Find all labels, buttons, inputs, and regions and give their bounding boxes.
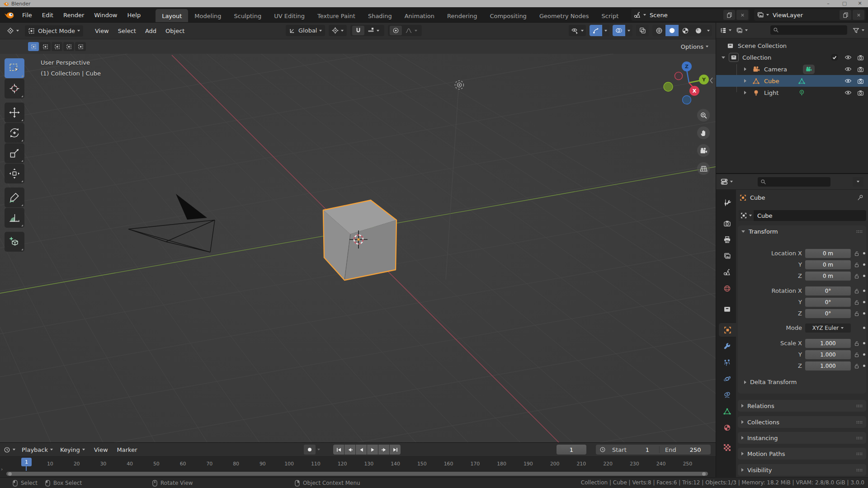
- animate-dot[interactable]: [863, 263, 865, 266]
- tool-transform[interactable]: [5, 164, 24, 183]
- tab-output[interactable]: [718, 233, 736, 246]
- outliner-editor-selector[interactable]: [720, 27, 731, 34]
- object-visibility-dropdown[interactable]: [569, 25, 586, 36]
- overlays-dropdown[interactable]: [625, 25, 632, 36]
- menu-object[interactable]: Object: [161, 28, 189, 34]
- expand-icon[interactable]: [744, 67, 746, 71]
- gizmo-minus-x[interactable]: [675, 72, 683, 80]
- tab-sculpting[interactable]: Sculpting: [227, 9, 268, 23]
- outliner-display-mode[interactable]: [736, 27, 748, 34]
- tab-layout[interactable]: Layout: [156, 9, 188, 23]
- tab-texture[interactable]: [718, 441, 736, 454]
- keying-menu[interactable]: Keying: [60, 446, 85, 453]
- checkbox-icon[interactable]: [831, 54, 838, 61]
- play-button[interactable]: [367, 445, 378, 455]
- menu-add[interactable]: Add: [141, 28, 161, 34]
- expand-icon[interactable]: [744, 91, 746, 94]
- select-mode-new[interactable]: [28, 42, 39, 51]
- select-mode-invert[interactable]: [63, 42, 74, 51]
- maximize-button[interactable]: ▢: [839, 0, 850, 6]
- location-z-field[interactable]: 0 m: [805, 272, 851, 281]
- tool-add-cube[interactable]: [5, 232, 24, 252]
- menu-window[interactable]: Window: [89, 7, 122, 23]
- editor-type-selector[interactable]: [4, 25, 22, 37]
- tool-rotate[interactable]: [5, 123, 24, 143]
- prev-keyframe-button[interactable]: [344, 445, 355, 455]
- camera-view-button[interactable]: [697, 144, 710, 157]
- breadcrumb-object[interactable]: Cube: [750, 194, 765, 201]
- shading-dropdown[interactable]: [705, 25, 712, 36]
- hide-eye-icon[interactable]: [844, 54, 852, 61]
- scrollbar-left-handle[interactable]: [8, 472, 12, 476]
- animate-dot[interactable]: [863, 290, 865, 292]
- remove-viewlayer-button[interactable]: [853, 10, 864, 20]
- tab-collection[interactable]: [718, 302, 736, 316]
- wireframe-shading-button[interactable]: [652, 25, 665, 36]
- tab-geometry-nodes[interactable]: Geometry Nodes: [533, 9, 595, 23]
- new-viewlayer-button[interactable]: [840, 10, 851, 20]
- keying-set-chevron-icon[interactable]: [317, 449, 320, 450]
- hide-eye-icon[interactable]: [844, 66, 852, 73]
- menu-view[interactable]: View: [90, 28, 113, 34]
- close-button[interactable]: ✕: [854, 0, 865, 6]
- tab-animation[interactable]: Animation: [398, 9, 441, 23]
- playhead[interactable]: 1: [21, 458, 32, 466]
- expand-icon[interactable]: [744, 79, 746, 83]
- location-x-field[interactable]: 0 m: [805, 249, 851, 258]
- snap-to-dropdown[interactable]: [364, 26, 382, 35]
- tab-physics[interactable]: [718, 372, 736, 385]
- snap-toggle[interactable]: [352, 26, 364, 35]
- animate-dot[interactable]: [863, 365, 865, 367]
- animate-dot[interactable]: [863, 342, 865, 344]
- zoom-button[interactable]: [697, 109, 710, 122]
- tool-cursor[interactable]: [5, 79, 24, 99]
- cube-object[interactable]: [323, 200, 396, 280]
- hide-eye-icon[interactable]: [844, 77, 852, 84]
- playback-menu[interactable]: Playback: [22, 446, 53, 453]
- mode-selector[interactable]: Object Mode: [25, 25, 83, 37]
- panel-relations[interactable]: Relations: [738, 400, 866, 412]
- menu-file[interactable]: File: [17, 7, 37, 23]
- next-keyframe-button[interactable]: [378, 445, 389, 455]
- tab-uv-editing[interactable]: UV Editing: [268, 9, 311, 23]
- lock-icon[interactable]: [854, 352, 860, 358]
- outliner-filter[interactable]: [853, 27, 864, 34]
- render-camera-icon[interactable]: [857, 54, 864, 61]
- outliner-row-scene-collection[interactable]: Scene Collection: [716, 40, 868, 52]
- animate-dot[interactable]: [863, 301, 865, 303]
- overlays-toggle[interactable]: [613, 25, 625, 36]
- panel-instancing[interactable]: Instancing: [738, 432, 866, 444]
- rotation-x-field[interactable]: 0°: [805, 286, 851, 296]
- select-mode-intersect[interactable]: [75, 42, 86, 51]
- tool-scale[interactable]: [5, 143, 24, 163]
- solid-shading-button[interactable]: [665, 25, 679, 36]
- render-camera-icon[interactable]: [857, 78, 864, 84]
- new-scene-button[interactable]: [723, 10, 735, 20]
- xray-toggle[interactable]: [636, 25, 649, 36]
- tab-scene[interactable]: [718, 265, 736, 279]
- animate-dot[interactable]: [863, 327, 865, 329]
- region-collapse-arrow-icon[interactable]: [710, 78, 712, 83]
- viewlayer-icon[interactable]: [757, 11, 764, 19]
- tab-constraints[interactable]: [718, 388, 736, 402]
- gizmo-dropdown[interactable]: [602, 25, 609, 36]
- tool-box-select[interactable]: [5, 58, 24, 78]
- lock-icon[interactable]: [854, 340, 860, 347]
- render-camera-icon[interactable]: [857, 89, 864, 96]
- tab-material[interactable]: [718, 421, 736, 434]
- select-mode-extend[interactable]: [40, 42, 51, 51]
- scrollbar-right-handle[interactable]: [702, 472, 706, 476]
- minimize-button[interactable]: –: [823, 0, 834, 6]
- transform-panel-header[interactable]: Transform: [741, 228, 863, 235]
- menu-render[interactable]: Render: [58, 7, 89, 23]
- select-mode-subtract[interactable]: [52, 42, 62, 51]
- scale-x-field[interactable]: 1.000: [805, 339, 851, 348]
- expand-icon[interactable]: [722, 56, 725, 59]
- tab-rendering[interactable]: Rendering: [441, 9, 483, 23]
- properties-editor-selector[interactable]: [721, 178, 733, 185]
- gizmo-toggle[interactable]: [590, 25, 602, 36]
- pin-icon[interactable]: [857, 194, 863, 201]
- tab-compositing[interactable]: Compositing: [483, 9, 533, 23]
- menu-select[interactable]: Select: [113, 28, 141, 34]
- tab-particles[interactable]: [718, 356, 736, 369]
